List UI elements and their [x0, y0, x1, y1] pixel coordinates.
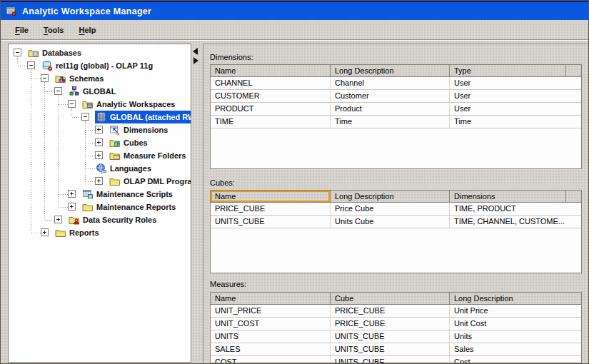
tree-item-global[interactable]: GLOBAL [14, 85, 191, 98]
column-header-long-description[interactable]: Long Description [331, 191, 450, 202]
tree-item-label[interactable]: Languages [109, 164, 153, 173]
tree-item-label[interactable]: Reports [68, 228, 101, 237]
table-cell[interactable]: Unit Cost [450, 318, 581, 330]
table-cell[interactable]: Unit Price [450, 305, 581, 317]
table-cell[interactable]: PRICE_CUBE [331, 305, 450, 317]
table-cell[interactable]: Time [331, 116, 450, 128]
tree-item-label[interactable]: GLOBAL [81, 87, 117, 96]
table-cell[interactable]: UNIT_PRICE [211, 305, 331, 317]
tree-item-global-attached-rw[interactable]: GLOBAL (attached RW) [14, 111, 191, 123]
column-header-name[interactable]: Name [211, 191, 331, 202]
tree-node[interactable]: Dimensions [109, 123, 171, 136]
splitter-collapse-left-icon[interactable] [193, 48, 198, 55]
tree-node[interactable]: Reports [54, 226, 102, 239]
table-cell[interactable]: Sales [450, 343, 581, 355]
table-cell[interactable]: UNITS_CUBE [211, 216, 331, 228]
table-cell[interactable]: UNITS_CUBE [331, 356, 450, 363]
column-header-cube[interactable]: Cube [331, 293, 450, 304]
dimensions-table-row[interactable]: CHANNELChannelUser [211, 77, 581, 90]
expand-icon[interactable] [68, 190, 76, 198]
expand-icon[interactable] [54, 216, 62, 223]
cubes-table-row[interactable]: PRICE_CUBEPrice CubeTIME, PRODUCT [211, 203, 581, 216]
collapse-icon[interactable] [81, 113, 89, 121]
tree-node[interactable]: Data Security Roles [68, 213, 159, 226]
tree-item-measure-folders[interactable]: Measure Folders [14, 149, 191, 162]
tree-item-label[interactable]: Data Security Roles [81, 216, 158, 224]
tree-node[interactable]: Measure Folders [109, 149, 188, 162]
tree-node[interactable]: Schemas [54, 72, 106, 85]
cubes-table-row[interactable]: UNITS_CUBEUnits CubeTIME, CHANNEL, CUSTO… [211, 216, 581, 228]
tree-node[interactable]: Maintenance Scripts [81, 188, 176, 201]
table-cell[interactable]: User [450, 90, 581, 102]
tree-item-rel11g-global-olap-11g[interactable]: rel11g (global) - OLAP 11g [14, 59, 191, 72]
selected-tree-node[interactable]: GLOBAL (attached RW) [95, 111, 191, 123]
tree-item-schemas[interactable]: Schemas [14, 72, 191, 85]
expand-icon[interactable] [95, 126, 103, 133]
table-cell[interactable]: User [450, 77, 581, 89]
table-cell[interactable]: UNITS_CUBE [331, 343, 450, 355]
menu-item-file[interactable]: File [11, 24, 33, 36]
column-header-long-description[interactable]: Long Description [450, 293, 581, 304]
splitter-collapse-right-icon[interactable] [193, 57, 198, 64]
tree-item-maintenance-scripts[interactable]: Maintenance Scripts [14, 188, 191, 201]
tree-item-label[interactable]: OLAP DML Programs [122, 177, 191, 186]
measures-table-row[interactable]: COSTUNITS_CUBECost [211, 356, 581, 363]
tree-item-label[interactable]: GLOBAL (attached RW) [109, 113, 191, 121]
table-cell[interactable]: PRICE_CUBE [331, 318, 450, 330]
collapse-icon[interactable] [14, 49, 21, 56]
collapse-icon[interactable] [41, 74, 49, 82]
table-cell[interactable]: Channel [331, 77, 450, 89]
tree-item-label[interactable]: rel11g (global) - OLAP 11g [54, 61, 154, 70]
measures-table-row[interactable]: SALESUNITS_CUBESales [211, 343, 581, 356]
tree-node[interactable]: Cubes [109, 136, 151, 149]
dimensions-table-row[interactable]: TIMETimeTime [211, 116, 581, 128]
tree-node[interactable]: Analytic Workspaces [81, 98, 178, 111]
column-header-name[interactable]: Name [211, 293, 331, 304]
title-bar[interactable]: Analytic Workspace Manager [1, 1, 588, 20]
tree-item-cubes[interactable]: Cubes [14, 136, 191, 149]
tree-item-analytic-workspaces[interactable]: Analytic Workspaces [14, 98, 191, 111]
table-cell[interactable]: PRODUCT [211, 103, 331, 115]
measures-table-row[interactable]: UNIT_COSTPRICE_CUBEUnit Cost [211, 318, 581, 330]
table-cell[interactable]: User [450, 103, 581, 115]
tree-item-label[interactable]: Analytic Workspaces [95, 100, 176, 108]
tree-item-label[interactable]: Dimensions [122, 126, 169, 134]
tree-item-data-security-roles[interactable]: Data Security Roles [14, 213, 191, 226]
tree-item-languages[interactable]: Languages [14, 162, 191, 175]
table-cell[interactable]: PRICE_CUBE [211, 203, 331, 215]
column-header-long-description[interactable]: Long Description [331, 65, 450, 76]
table-cell[interactable]: CHANNEL [211, 77, 331, 89]
collapse-icon[interactable] [54, 87, 62, 95]
expand-icon[interactable] [95, 138, 103, 146]
tree-item-label[interactable]: Maintenance Scripts [95, 190, 174, 198]
tree-item-label[interactable]: Cubes [122, 138, 149, 147]
tree-node[interactable]: rel11g (global) - OLAP 11g [41, 59, 156, 72]
tree-item-label[interactable]: Schemas [68, 74, 105, 83]
expand-icon[interactable] [95, 151, 103, 159]
measures-table-row[interactable]: UNIT_PRICEPRICE_CUBEUnit Price [211, 305, 581, 318]
table-cell[interactable]: TIME [211, 116, 331, 128]
table-cell[interactable]: UNITS [211, 330, 331, 343]
tree-item-label[interactable]: Maintenance Reports [95, 203, 177, 211]
tree-node[interactable]: GLOBAL [68, 85, 119, 98]
table-cell[interactable]: Customer [331, 90, 450, 102]
table-cell[interactable]: Units [450, 330, 581, 343]
tree-item-label[interactable]: Measure Folders [122, 151, 187, 160]
table-cell[interactable]: Price Cube [331, 203, 450, 215]
table-cell[interactable]: UNIT_COST [211, 318, 331, 330]
tree-item-maintenance-reports[interactable]: Maintenance Reports [14, 201, 191, 213]
table-cell[interactable]: COST [211, 356, 331, 363]
tree-node[interactable]: Databases [27, 46, 84, 59]
dimensions-table-row[interactable]: CUSTOMERCustomerUser [211, 90, 581, 103]
menu-item-help[interactable]: Help [75, 24, 101, 36]
tree-item-olap-dml-programs[interactable]: OLAP DML Programs [14, 175, 191, 188]
expand-icon[interactable] [41, 228, 49, 236]
menu-item-tools[interactable]: Tools [39, 24, 69, 36]
column-header-name[interactable]: Name [211, 65, 331, 76]
table-cell[interactable]: Cost [450, 356, 581, 363]
tree-node[interactable]: OLAP DML Programs [109, 175, 191, 188]
table-cell[interactable]: TIME, CHANNEL, CUSTOME... [450, 216, 581, 228]
table-cell[interactable]: CUSTOMER [211, 90, 331, 102]
table-cell[interactable]: UNITS_CUBE [331, 330, 450, 343]
tree-item-label[interactable]: Databases [41, 49, 83, 57]
